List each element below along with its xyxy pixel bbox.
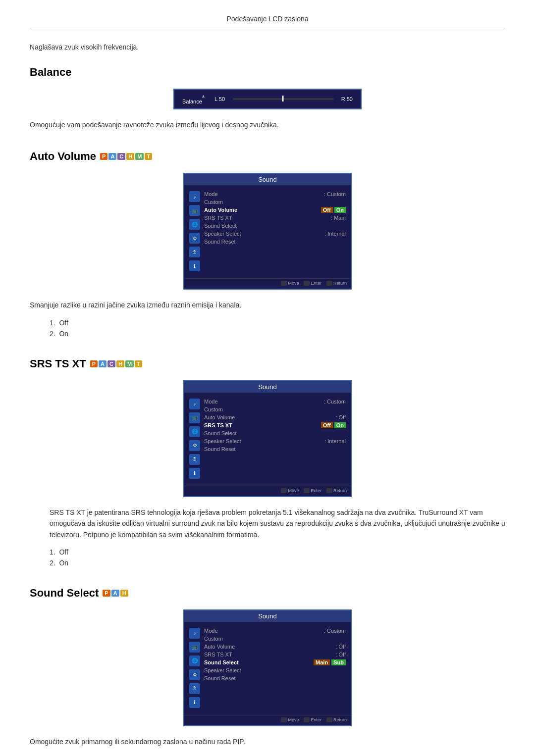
intro-text: Naglašava zvuk visokih frekvencija. [30,43,505,51]
ss-move-icon [281,717,287,722]
badge-a: A [108,153,116,160]
srs-item-2: 2. On [50,559,505,567]
ss-icon-clock: ⏱ [189,683,200,694]
ss-menu-row-av: Auto Volume : Off [204,643,346,651]
av-item-2: 2. On [50,330,505,338]
auto-volume-menu-body: ♪ 📺 🌐 ⚙ ⏱ ℹ Mode : Custom Custom [184,187,351,276]
menu-row-srs: SRS TS XT : Main [204,214,346,222]
badge-h: H [126,153,134,160]
srs-menu-row-mode: Mode : Custom [204,398,346,405]
icon-gear: ⚙ [189,233,200,244]
menu-row-mode: Mode : Custom [204,190,346,198]
ss-menu-footer: Move Enter Return [184,715,351,725]
move-icon [281,281,287,286]
ss-badge-h: H [120,590,128,597]
srs-menu-row-custom: Custom [204,405,346,413]
srs-enter-icon [304,488,310,493]
balance-right-val: R 50 [341,96,353,102]
srs-icon-tv: 📺 [189,412,200,423]
ss-menu-row-srs: SRS TS XT : Off [204,651,346,658]
balance-title: Balance [30,66,505,79]
auto-volume-badges: P A C H M T [100,153,152,160]
srs-badge-a: A [99,360,107,367]
av-item-1: 1. Off [50,319,505,327]
srs-menu-row-reset: Sound Reset [204,445,346,453]
auto-volume-menu-footer: Move Enter Return [184,278,351,289]
balance-left-val: L 50 [214,96,225,102]
ss-footer-enter: Enter [304,717,321,722]
section-sound-select: Sound Select P A H Sound ♪ 📺 🌐 ⚙ ⏱ ℹ [30,587,505,747]
ss-footer-return: Return [326,717,347,722]
auto-volume-title: Auto Volume P A C H M T [30,150,505,163]
ss-menu-row-ss: Sound Select Main Sub [204,658,346,666]
av-off-highlight: Off [321,207,333,213]
badge-p: P [100,153,107,160]
page-title: Podešavanje LCD zaslona [227,15,309,23]
srs-item-1: 1. Off [50,548,505,556]
badge-t: T [145,153,152,160]
srs-footer-move: Move [281,488,299,493]
balance-desc: Omogućuje vam podešavanje ravnoteže zvuk… [30,119,505,130]
icon-info: ℹ [189,260,200,271]
balance-label: Balance [182,99,210,104]
srs-badge-m: M [125,360,134,367]
ss-icon-globe: 🌐 [189,655,200,666]
footer-return: Return [326,281,347,286]
icon-clock: ⏱ [189,247,200,257]
ss-return-icon [326,717,332,722]
badge-c: C [117,153,125,160]
menu-row-auto-volume: Auto Volume Off On [204,206,346,214]
srs-icon-globe: 🌐 [189,426,200,437]
ss-badge-a: A [111,590,119,597]
ss-main-highlight: Main [314,659,330,665]
srs-menu-row-speaker: Speaker Select : Internal [204,437,346,445]
srs-footer-enter: Enter [304,488,321,493]
srs-menu-row-ss: Sound Select [204,429,346,437]
srs-badge-h: H [116,360,124,367]
auto-volume-menu-wrapper: Sound ♪ 📺 🌐 ⚙ ⏱ ℹ Mode : Custom [30,173,505,290]
srs-icon-info: ℹ [189,468,200,479]
sound-select-menu-body: ♪ 📺 🌐 ⚙ ⏱ ℹ Mode : Custom Custom [184,624,351,713]
ss-menu-content: Mode : Custom Custom Auto Volume : Off [204,627,346,708]
ss-menu-icons: ♪ 📺 🌐 ⚙ ⏱ ℹ [189,627,200,708]
balance-thumb [282,96,284,101]
menu-row-sound-reset-1: Sound Reset [204,238,346,246]
sound-select-badges: P A H [103,590,128,597]
srs-move-icon [281,488,287,493]
srs-footer-return: Return [326,488,347,493]
srs-menu: Sound ♪ 📺 🌐 ⚙ ⏱ ℹ Mode : Custom [183,380,352,497]
balance-ui: ▲ Balance L 50 R 50 [30,89,505,109]
srs-menu-title: Sound [184,381,351,393]
page-header: Podešavanje LCD zaslona [30,15,505,28]
srs-badge-t: T [135,360,142,367]
sound-select-menu-wrapper: Sound ♪ 📺 🌐 ⚙ ⏱ ℹ Mode : Custom [30,609,505,726]
ss-sub-highlight: Sub [331,659,346,665]
auto-volume-menu: Sound ♪ 📺 🌐 ⚙ ⏱ ℹ Mode : Custom [183,173,352,290]
menu-icons: ♪ 📺 🌐 ⚙ ⏱ ℹ [189,190,200,271]
ss-icon-tv: 📺 [189,642,200,653]
section-srs-ts-xt: SRS TS XT P A C H M T Sound ♪ 📺 🌐 ⚙ [30,357,505,567]
srs-menu-footer: Move Enter Return [184,486,351,496]
srs-badge-c: C [107,360,115,367]
ss-icon-sound: ♪ [189,628,200,639]
sound-select-desc: Omogućite zvuk primarnog ili sekundarnog… [30,736,505,747]
balance-box: ▲ Balance L 50 R 50 [173,89,362,109]
ss-footer-move: Move [281,717,299,722]
srs-menu-row-av: Auto Volume : Off [204,413,346,421]
av-on-highlight: On [334,207,346,213]
ss-badge-p: P [103,590,110,597]
return-icon [326,281,332,286]
ss-icon-info: ℹ [189,697,200,708]
balance-track [233,98,333,100]
auto-volume-menu-title: Sound [184,174,351,185]
srs-menu-wrapper: Sound ♪ 📺 🌐 ⚙ ⏱ ℹ Mode : Custom [30,380,505,497]
ss-menu-row-custom: Custom [204,635,346,643]
ss-menu-row-mode: Mode : Custom [204,627,346,635]
menu-row-sound-select-1: Sound Select [204,222,346,230]
badge-m: M [135,153,144,160]
sound-select-title: Sound Select P A H [30,587,505,600]
ss-menu-row-reset: Sound Reset [204,674,346,682]
srs-icon-sound: ♪ [189,399,200,409]
menu-row-speaker-select-1: Speaker Select : Internal [204,230,346,238]
footer-move: Move [281,281,299,286]
